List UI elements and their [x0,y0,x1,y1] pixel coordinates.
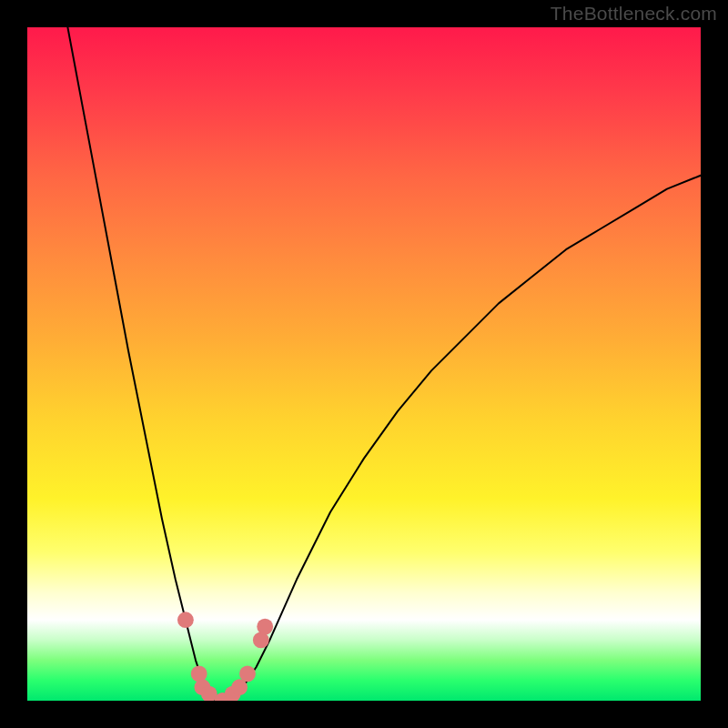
plot-area [27,27,701,701]
curve-marker [191,666,207,682]
curve-marker [177,612,194,628]
watermark-text: TheBottleneck.com [551,3,717,25]
curve-markers [177,612,273,701]
curve-marker [231,679,248,695]
bottleneck-curve [67,27,701,701]
chart-frame: TheBottleneck.com [0,0,728,728]
bottleneck-curve-svg [27,27,701,701]
curve-marker [239,666,256,682]
curve-marker [257,619,273,635]
